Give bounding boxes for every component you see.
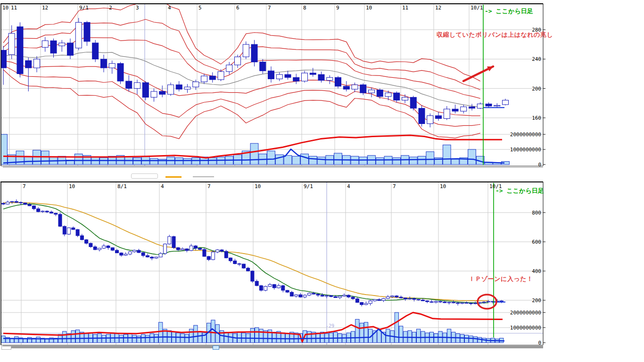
y-axis-label: 400 xyxy=(532,268,541,274)
bottom-scroll-thumb[interactable] xyxy=(213,346,219,350)
x-axis-label: 3 xyxy=(136,5,139,11)
y-axis-label: 200 xyxy=(532,86,541,92)
y-axis-label: 240 xyxy=(532,56,541,62)
chart2-green-note: -> ここから日足 xyxy=(495,188,544,194)
x-axis-label: 5 xyxy=(198,5,202,11)
chart2-faint-value-label: -29 xyxy=(326,323,334,329)
y-axis-label: 1000000000 xyxy=(510,325,541,331)
charts-canvas[interactable]: 1011129/12345678910111210/12802402001602… xyxy=(0,0,644,362)
plot-shadow xyxy=(3,166,543,168)
daily-chart-candles xyxy=(2,199,504,306)
x-axis-label: 9/1 xyxy=(304,183,313,189)
x-axis-label: 8 xyxy=(303,5,306,11)
x-axis-label: 10 xyxy=(2,5,8,11)
legend-box-fragment xyxy=(131,173,158,179)
x-axis-label: 11 xyxy=(402,5,408,11)
x-axis-label: 10 xyxy=(69,183,75,189)
x-axis-label: 4 xyxy=(347,183,350,189)
y-axis-label: 1000000000 xyxy=(510,147,541,153)
chart1-green-note: -> ここから日足 xyxy=(485,8,533,15)
x-axis-label: 12 xyxy=(42,5,48,11)
chart2-red-note: ＩＰゾーンに入った！ xyxy=(469,276,533,282)
stock-charting-screenshot: 1011129/12345678910111210/12802402001602… xyxy=(0,0,644,362)
y-axis-label: 0 xyxy=(538,162,541,168)
daily-chart-plot-area[interactable] xyxy=(1,182,543,345)
legend-gray-line-key xyxy=(193,176,214,177)
x-axis-label: 10/1 xyxy=(471,5,483,11)
y-axis-label: 800 xyxy=(532,210,541,216)
y-axis-label: 600 xyxy=(532,239,541,245)
x-axis-label: 9 xyxy=(336,5,339,11)
x-axis-label: 11 xyxy=(11,5,17,11)
y-axis-label: 160 xyxy=(532,115,541,121)
y-axis-label: 2000000000 xyxy=(510,310,541,316)
x-axis-label: 12 xyxy=(435,5,441,11)
y-axis-label: 0 xyxy=(538,340,541,346)
y-axis-label: 2000000000 xyxy=(510,132,541,138)
weekly-chart-plot-area[interactable] xyxy=(0,0,543,166)
x-axis-label: 2 xyxy=(109,5,112,11)
x-axis-label: 7 xyxy=(23,183,26,189)
x-axis-label: 7 xyxy=(207,183,211,189)
x-axis-label: 6 xyxy=(236,5,239,11)
y-axis-label: 200 xyxy=(532,297,541,304)
plot-shadow xyxy=(3,346,543,348)
x-axis-label: 4 xyxy=(168,5,171,11)
legend-orange-line-key xyxy=(165,176,182,178)
bottom-left-handle[interactable] xyxy=(1,346,11,350)
x-axis-label: 10 xyxy=(440,183,446,189)
x-axis-label: 8/1 xyxy=(117,183,127,189)
x-axis-label: 7 xyxy=(393,183,396,189)
x-axis-label: 10 xyxy=(366,5,372,11)
chart1-red-note: 収縮していたボリバンは上はなれの兆し xyxy=(437,32,553,38)
x-axis-label: 10 xyxy=(255,183,261,189)
x-axis-label: 7 xyxy=(268,5,271,11)
x-axis-label: 9/1 xyxy=(79,5,89,11)
x-axis-label: 4 xyxy=(161,183,164,189)
